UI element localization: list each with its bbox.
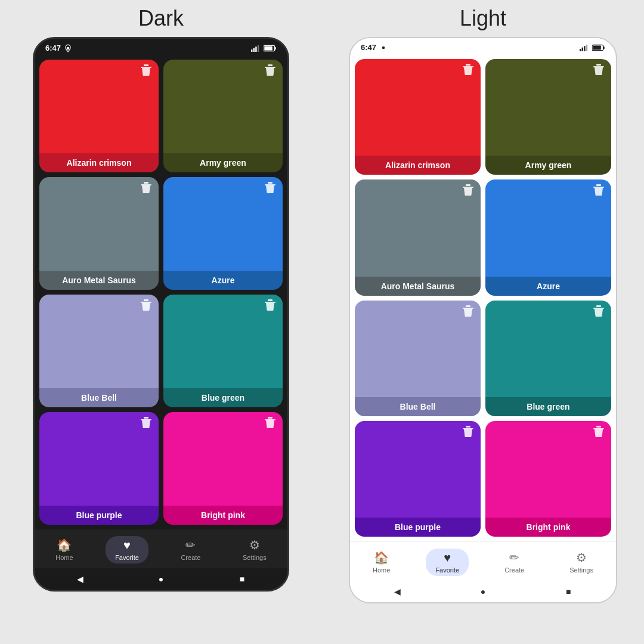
trash-icon[interactable]: [265, 182, 278, 195]
light-home-btn[interactable]: ●: [477, 586, 489, 597]
nav-item-favorite[interactable]: ♥Favorite: [106, 536, 148, 564]
color-card-blue-green[interactable]: Blue green: [485, 301, 611, 416]
svg-rect-8: [141, 67, 151, 68]
trash-icon[interactable]: [593, 426, 606, 439]
dark-status-right: [251, 45, 277, 52]
color-card-azure[interactable]: Azure: [485, 179, 611, 295]
trash-icon[interactable]: [463, 184, 476, 197]
color-card-bright-pink[interactable]: Bright pink: [485, 421, 611, 537]
color-swatch: [163, 60, 283, 153]
color-card-auro-metal-saurus[interactable]: Auro Metal Saurus: [355, 179, 481, 295]
color-label: Alizarin crimson: [355, 156, 481, 175]
color-card-azure[interactable]: Azure: [163, 177, 283, 290]
color-swatch: [355, 421, 481, 518]
color-label: Army green: [163, 153, 283, 172]
svg-point-0: [67, 47, 70, 49]
svg-rect-20: [141, 419, 151, 420]
svg-rect-1: [251, 49, 252, 52]
nav-label-favorite: Favorite: [115, 554, 139, 561]
svg-rect-25: [580, 49, 581, 51]
nav-item-create[interactable]: ✏Create: [495, 548, 534, 576]
color-card-auro-metal-saurus[interactable]: Auro Metal Saurus: [39, 177, 159, 290]
trash-icon[interactable]: [593, 184, 606, 197]
light-recent-btn[interactable]: ■: [562, 586, 574, 597]
color-card-blue-bell[interactable]: Blue Bell: [39, 295, 159, 407]
color-card-alizarin-crimson[interactable]: Alizarin crimson: [39, 60, 159, 172]
dark-back-btn[interactable]: ◀: [74, 573, 86, 585]
dark-location-icon: [64, 44, 72, 52]
nav-icon-create: ✏: [509, 550, 519, 565]
trash-icon[interactable]: [265, 417, 278, 430]
dark-section: Dark 6:47 Alizarin crimson Army green Au…: [0, 0, 322, 644]
color-card-bright-pink[interactable]: Bright pink: [163, 412, 283, 525]
light-title: Light: [460, 6, 506, 31]
nav-icon-favorite: ♥: [123, 538, 131, 552]
svg-rect-14: [265, 184, 275, 185]
svg-rect-9: [144, 64, 148, 66]
svg-rect-3: [255, 47, 256, 52]
trash-icon[interactable]: [141, 64, 154, 78]
nav-item-home[interactable]: 🏠Home: [46, 535, 82, 564]
light-back-btn[interactable]: ◀: [392, 586, 404, 597]
color-card-blue-green[interactable]: Blue green: [163, 295, 283, 407]
trash-icon[interactable]: [265, 299, 278, 312]
svg-rect-36: [463, 187, 473, 188]
trash-icon[interactable]: [463, 426, 476, 439]
color-card-blue-bell[interactable]: Blue Bell: [355, 301, 481, 416]
color-swatch: [355, 59, 481, 156]
color-card-army-green[interactable]: Army green: [163, 60, 283, 172]
nav-item-settings[interactable]: ⚙Settings: [233, 535, 276, 564]
svg-rect-10: [265, 67, 275, 68]
nav-icon-favorite: ♥: [444, 551, 451, 565]
color-card-army-green[interactable]: Army green: [485, 59, 611, 175]
nav-label-create: Create: [181, 554, 200, 561]
dark-signal-icon: [251, 45, 261, 52]
nav-item-favorite[interactable]: ♥Favorite: [426, 549, 469, 576]
svg-rect-43: [596, 305, 601, 307]
light-section: Light 6:47 Alizarin crimson Army green A…: [322, 0, 644, 644]
svg-rect-42: [593, 308, 604, 309]
trash-icon[interactable]: [141, 299, 154, 312]
svg-rect-18: [265, 302, 275, 303]
svg-rect-39: [596, 184, 601, 186]
color-card-blue-purple[interactable]: Blue purple: [39, 412, 159, 525]
nav-item-home[interactable]: 🏠Home: [363, 548, 400, 576]
trash-icon[interactable]: [141, 182, 154, 195]
svg-rect-11: [268, 64, 273, 66]
color-swatch: [485, 179, 611, 276]
light-time: 6:47: [361, 43, 376, 52]
light-bottom-nav: 🏠Home♥Favorite✏Create⚙Settings: [350, 541, 616, 581]
svg-rect-38: [593, 187, 604, 188]
light-location-icon: [379, 44, 388, 52]
trash-icon[interactable]: [141, 417, 154, 430]
color-card-blue-purple[interactable]: Blue purple: [355, 421, 481, 537]
trash-icon[interactable]: [265, 64, 278, 78]
color-swatch: [163, 177, 283, 271]
color-label: Blue Bell: [39, 388, 159, 407]
color-card-alizarin-crimson[interactable]: Alizarin crimson: [355, 59, 481, 175]
trash-icon[interactable]: [593, 305, 606, 318]
dark-home-btn[interactable]: ●: [155, 573, 167, 585]
svg-rect-17: [144, 299, 148, 301]
dark-recent-btn[interactable]: ■: [236, 573, 248, 585]
nav-label-home: Home: [373, 566, 390, 574]
svg-rect-16: [141, 302, 151, 303]
svg-rect-37: [466, 184, 470, 186]
svg-rect-34: [593, 66, 604, 67]
color-swatch: [355, 301, 481, 397]
light-status-bar: 6:47: [350, 38, 616, 54]
color-swatch: [39, 295, 159, 388]
svg-rect-15: [268, 182, 273, 184]
svg-rect-30: [603, 46, 605, 48]
dark-phone: 6:47 Alizarin crimson Army green Auro Me…: [33, 37, 289, 592]
svg-rect-35: [596, 64, 601, 66]
svg-rect-47: [596, 426, 601, 428]
nav-icon-home: 🏠: [57, 538, 72, 552]
nav-item-settings[interactable]: ⚙Settings: [560, 548, 603, 576]
trash-icon[interactable]: [463, 64, 476, 77]
nav-label-settings: Settings: [243, 554, 267, 561]
svg-rect-26: [582, 47, 583, 51]
nav-item-create[interactable]: ✏Create: [171, 535, 210, 564]
trash-icon[interactable]: [593, 64, 606, 77]
trash-icon[interactable]: [463, 305, 476, 318]
